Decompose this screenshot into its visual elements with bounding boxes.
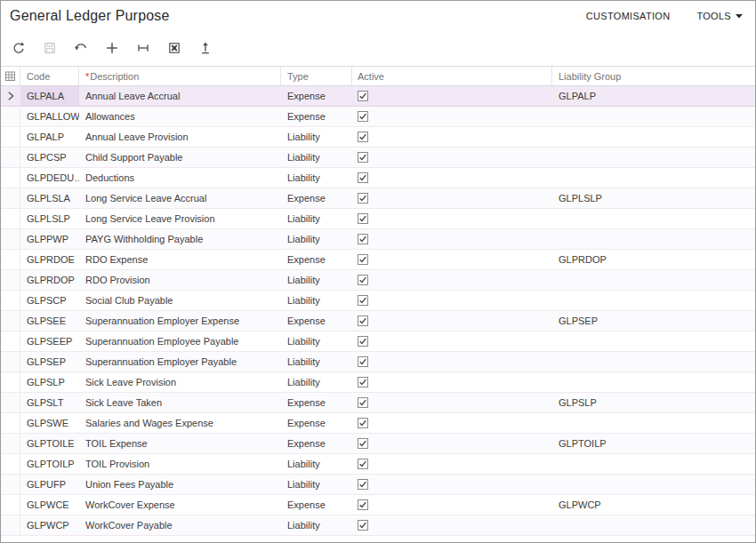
cell-type[interactable]: Liability: [281, 127, 352, 147]
cell-type[interactable]: Expense: [281, 311, 352, 331]
cell-active[interactable]: [352, 188, 552, 208]
cell-liability-group[interactable]: [552, 331, 755, 351]
cell-liability-group[interactable]: [552, 168, 755, 188]
active-checkbox[interactable]: [358, 132, 368, 142]
row-selector[interactable]: [1, 393, 20, 412]
cell-code[interactable]: GLPDEDU…: [20, 168, 79, 188]
active-checkbox[interactable]: [358, 213, 368, 224]
table-row[interactable]: GLPLSLP Long Service Leave Provision Lia…: [1, 209, 755, 229]
cell-description[interactable]: Superannuation Employee Payable: [79, 331, 281, 351]
table-row[interactable]: GLPSLP Sick Leave Provision Liability: [1, 372, 755, 393]
cell-liability-group[interactable]: [552, 229, 755, 249]
cell-code[interactable]: GLPSEP: [20, 352, 79, 371]
cell-active[interactable]: [352, 475, 552, 494]
cell-description[interactable]: Salaries and Wages Expense: [79, 413, 281, 433]
cell-type[interactable]: Expense: [281, 250, 352, 269]
row-selector[interactable]: [1, 495, 20, 515]
cell-description[interactable]: Sick Leave Taken: [79, 393, 281, 412]
cell-code[interactable]: GLPTOILP: [20, 454, 79, 474]
table-row[interactable]: GLPSEP Superannuation Employer Payable L…: [1, 352, 755, 372]
cell-code[interactable]: GLPSWE: [20, 413, 79, 433]
cell-liability-group[interactable]: GLPSLP: [552, 393, 755, 412]
cell-active[interactable]: [352, 454, 552, 474]
cell-type[interactable]: Expense: [281, 393, 352, 412]
cell-liability-group[interactable]: [552, 148, 755, 167]
cell-liability-group[interactable]: [552, 515, 755, 535]
table-row[interactable]: GLPWCP WorkCover Payable Liability: [1, 515, 755, 536]
cell-active[interactable]: [352, 270, 552, 290]
save-button[interactable]: [39, 37, 60, 59]
cell-description[interactable]: TOIL Provision: [79, 454, 281, 474]
cell-active[interactable]: [352, 291, 552, 310]
cell-type[interactable]: Liability: [281, 331, 352, 351]
row-selector[interactable]: [1, 209, 20, 228]
cell-active[interactable]: [352, 413, 552, 433]
table-row[interactable]: GLPALP Annual Leave Provision Liability: [1, 127, 755, 148]
row-selector[interactable]: [1, 291, 20, 310]
table-row[interactable]: GLPUFP Union Fees Payable Liability: [1, 475, 755, 495]
cell-liability-group[interactable]: [552, 352, 755, 371]
table-row[interactable]: GLPALLOW Allowances Expense: [1, 107, 755, 127]
cell-active[interactable]: [352, 515, 552, 535]
active-checkbox[interactable]: [358, 193, 368, 204]
active-checkbox[interactable]: [358, 111, 368, 122]
cell-description[interactable]: Superannuation Employer Payable: [79, 352, 281, 371]
cell-code[interactable]: GLPSEEP: [20, 331, 79, 351]
cell-type[interactable]: Liability: [281, 454, 352, 474]
grid-corner-header[interactable]: [1, 67, 20, 85]
cell-code[interactable]: GLPRDOP: [20, 270, 79, 290]
cell-active[interactable]: [352, 250, 552, 269]
cell-liability-group[interactable]: [552, 127, 755, 147]
cell-liability-group[interactable]: GLPLSLP: [552, 188, 755, 208]
active-checkbox[interactable]: [358, 172, 368, 183]
cell-code[interactable]: GLPALLOW: [20, 107, 79, 126]
cell-code[interactable]: GLPCSP: [20, 148, 79, 167]
cell-description[interactable]: TOIL Expense: [79, 434, 281, 453]
cell-liability-group[interactable]: [552, 475, 755, 494]
cell-liability-group[interactable]: [552, 270, 755, 290]
cell-description[interactable]: WorkCover Payable: [79, 515, 281, 535]
cell-code[interactable]: GLPLSLA: [20, 188, 79, 208]
active-checkbox[interactable]: [358, 520, 368, 531]
table-row[interactable]: GLPPWP PAYG Withholding Payable Liabilit…: [1, 229, 755, 250]
column-header-code[interactable]: Code: [20, 67, 79, 85]
cell-type[interactable]: Liability: [281, 209, 352, 228]
row-selector[interactable]: [1, 86, 20, 106]
active-checkbox[interactable]: [358, 254, 368, 265]
cell-description[interactable]: PAYG Withholding Payable: [79, 229, 281, 249]
cell-type[interactable]: Expense: [281, 86, 352, 106]
column-header-description[interactable]: * Description: [79, 67, 281, 85]
cell-type[interactable]: Liability: [281, 148, 352, 167]
cell-active[interactable]: [352, 127, 552, 147]
active-checkbox[interactable]: [358, 91, 368, 101]
cell-active[interactable]: [352, 393, 552, 412]
cell-code[interactable]: GLPSLP: [20, 372, 79, 392]
cell-description[interactable]: WorkCover Expense: [79, 495, 281, 515]
cell-code[interactable]: GLPALA: [20, 86, 79, 106]
table-row[interactable]: GLPTOILE TOIL Expense Expense GLPTOILP: [1, 434, 755, 454]
row-selector[interactable]: [1, 311, 20, 331]
refresh-button[interactable]: [8, 37, 29, 59]
table-row[interactable]: GLPRDOE RDO Expense Expense GLPRDOP: [1, 250, 755, 270]
cell-type[interactable]: Liability: [281, 475, 352, 494]
active-checkbox[interactable]: [358, 356, 368, 367]
cell-code[interactable]: GLPWCE: [20, 495, 79, 515]
cell-code[interactable]: GLPPWP: [20, 229, 79, 249]
row-selector[interactable]: [1, 515, 20, 535]
table-row[interactable]: GLPSCP Social Club Payable Liability: [1, 291, 755, 311]
cell-code[interactable]: GLPWCP: [20, 515, 79, 535]
row-selector[interactable]: [1, 229, 20, 249]
undo-button[interactable]: [70, 37, 92, 59]
table-row[interactable]: GLPLSLA Long Service Leave Accrual Expen…: [1, 188, 755, 209]
cell-description[interactable]: Annual Leave Accrual: [79, 86, 281, 106]
tools-menu-button[interactable]: TOOLS: [696, 11, 743, 21]
cell-description[interactable]: Allowances: [79, 107, 281, 126]
row-selector[interactable]: [1, 148, 20, 167]
active-checkbox[interactable]: [358, 152, 368, 163]
cell-code[interactable]: GLPRDOE: [20, 250, 79, 269]
cell-active[interactable]: [352, 168, 552, 188]
row-selector[interactable]: [1, 127, 20, 147]
table-row[interactable]: GLPALA Annual Leave Accrual Expense GLPA…: [1, 86, 755, 107]
cell-code[interactable]: GLPALP: [20, 127, 79, 147]
active-checkbox[interactable]: [358, 336, 368, 347]
